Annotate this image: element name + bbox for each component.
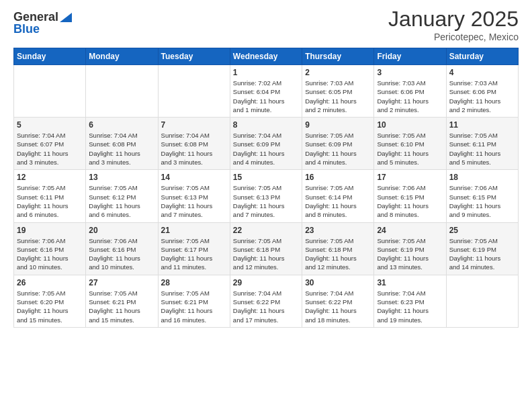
day-info: Sunrise: 7:06 AMSunset: 6:16 PMDaylight:… <box>17 236 83 272</box>
calendar-cell <box>14 65 86 118</box>
day-number: 30 <box>305 278 371 287</box>
calendar-cell: 8Sunrise: 7:04 AMSunset: 6:09 PMDaylight… <box>230 118 302 170</box>
calendar-header-sunday: Sunday <box>14 48 86 65</box>
day-number: 7 <box>161 120 227 130</box>
calendar-cell: 24Sunrise: 7:05 AMSunset: 6:19 PMDayligh… <box>374 222 446 275</box>
calendar-header-row: SundayMondayTuesdayWednesdayThursdayFrid… <box>14 48 519 65</box>
calendar-cell: 7Sunrise: 7:04 AMSunset: 6:08 PMDaylight… <box>158 118 230 170</box>
calendar-cell: 10Sunrise: 7:05 AMSunset: 6:10 PMDayligh… <box>374 118 446 170</box>
calendar-cell: 28Sunrise: 7:05 AMSunset: 6:21 PMDayligh… <box>158 275 230 327</box>
day-number: 3 <box>377 68 443 77</box>
day-info: Sunrise: 7:05 AMSunset: 6:12 PMDaylight:… <box>89 183 154 219</box>
calendar-cell: 22Sunrise: 7:05 AMSunset: 6:18 PMDayligh… <box>230 222 302 275</box>
day-info: Sunrise: 7:04 AMSunset: 6:22 PMDaylight:… <box>305 289 371 324</box>
calendar-week-4: 19Sunrise: 7:06 AMSunset: 6:16 PMDayligh… <box>14 222 519 275</box>
day-info: Sunrise: 7:05 AMSunset: 6:21 PMDaylight:… <box>161 289 227 324</box>
calendar-header-tuesday: Tuesday <box>158 48 230 65</box>
day-info: Sunrise: 7:04 AMSunset: 6:22 PMDaylight:… <box>233 289 299 324</box>
calendar-header-wednesday: Wednesday <box>230 48 302 65</box>
day-number: 29 <box>233 278 299 287</box>
calendar-cell <box>446 275 518 327</box>
calendar-cell: 27Sunrise: 7:05 AMSunset: 6:21 PMDayligh… <box>86 275 158 327</box>
day-number: 6 <box>89 120 154 130</box>
svg-marker-0 <box>60 13 72 22</box>
calendar-cell: 30Sunrise: 7:04 AMSunset: 6:22 PMDayligh… <box>302 275 374 327</box>
page: General Blue January 2025 Pericotepec, M… <box>0 0 532 411</box>
day-number: 26 <box>17 278 83 287</box>
calendar-cell: 15Sunrise: 7:05 AMSunset: 6:13 PMDayligh… <box>230 170 302 222</box>
day-number: 9 <box>305 120 371 130</box>
calendar-cell: 17Sunrise: 7:06 AMSunset: 6:15 PMDayligh… <box>374 170 446 222</box>
calendar-cell: 5Sunrise: 7:04 AMSunset: 6:07 PMDaylight… <box>14 118 86 170</box>
day-info: Sunrise: 7:05 AMSunset: 6:10 PMDaylight:… <box>377 131 443 167</box>
day-info: Sunrise: 7:05 AMSunset: 6:18 PMDaylight:… <box>305 236 371 272</box>
day-info: Sunrise: 7:06 AMSunset: 6:15 PMDaylight:… <box>449 183 515 219</box>
day-info: Sunrise: 7:05 AMSunset: 6:21 PMDaylight:… <box>89 289 154 324</box>
day-number: 21 <box>161 226 227 235</box>
day-number: 2 <box>305 68 371 77</box>
day-info: Sunrise: 7:05 AMSunset: 6:19 PMDaylight:… <box>449 236 515 272</box>
calendar-cell: 26Sunrise: 7:05 AMSunset: 6:20 PMDayligh… <box>14 275 86 327</box>
calendar-cell <box>158 65 230 118</box>
calendar-cell: 25Sunrise: 7:05 AMSunset: 6:19 PMDayligh… <box>446 222 518 275</box>
calendar-cell: 14Sunrise: 7:05 AMSunset: 6:13 PMDayligh… <box>158 170 230 222</box>
calendar-week-2: 5Sunrise: 7:04 AMSunset: 6:07 PMDaylight… <box>14 118 519 170</box>
day-number: 1 <box>233 68 299 77</box>
day-info: Sunrise: 7:06 AMSunset: 6:15 PMDaylight:… <box>377 183 443 219</box>
day-info: Sunrise: 7:04 AMSunset: 6:23 PMDaylight:… <box>377 289 443 324</box>
day-info: Sunrise: 7:05 AMSunset: 6:18 PMDaylight:… <box>233 236 299 272</box>
day-number: 15 <box>233 173 299 182</box>
day-info: Sunrise: 7:03 AMSunset: 6:06 PMDaylight:… <box>449 79 515 114</box>
calendar-cell: 29Sunrise: 7:04 AMSunset: 6:22 PMDayligh… <box>230 275 302 327</box>
calendar-cell: 16Sunrise: 7:05 AMSunset: 6:14 PMDayligh… <box>302 170 374 222</box>
day-number: 28 <box>161 278 227 287</box>
calendar-cell: 21Sunrise: 7:05 AMSunset: 6:17 PMDayligh… <box>158 222 230 275</box>
calendar-cell: 1Sunrise: 7:02 AMSunset: 6:04 PMDaylight… <box>230 65 302 118</box>
day-info: Sunrise: 7:04 AMSunset: 6:08 PMDaylight:… <box>161 131 227 167</box>
day-number: 20 <box>89 226 154 235</box>
calendar-week-3: 12Sunrise: 7:05 AMSunset: 6:11 PMDayligh… <box>14 170 519 222</box>
calendar-cell: 6Sunrise: 7:04 AMSunset: 6:08 PMDaylight… <box>86 118 158 170</box>
day-number: 23 <box>305 226 371 235</box>
calendar-cell: 9Sunrise: 7:05 AMSunset: 6:09 PMDaylight… <box>302 118 374 170</box>
location: Pericotepec, Mexico <box>388 32 519 42</box>
day-info: Sunrise: 7:05 AMSunset: 6:11 PMDaylight:… <box>449 131 515 167</box>
day-info: Sunrise: 7:05 AMSunset: 6:13 PMDaylight:… <box>233 183 299 219</box>
logo-icon <box>60 13 72 22</box>
day-number: 17 <box>377 173 443 182</box>
calendar-cell: 3Sunrise: 7:03 AMSunset: 6:06 PMDaylight… <box>374 65 446 118</box>
day-info: Sunrise: 7:05 AMSunset: 6:14 PMDaylight:… <box>305 183 371 219</box>
day-number: 25 <box>449 226 515 235</box>
calendar-header-saturday: Saturday <box>446 48 518 65</box>
logo: General Blue <box>13 11 72 35</box>
calendar-week-1: 1Sunrise: 7:02 AMSunset: 6:04 PMDaylight… <box>14 65 519 118</box>
day-number: 16 <box>305 173 371 182</box>
calendar-cell: 4Sunrise: 7:03 AMSunset: 6:06 PMDaylight… <box>446 65 518 118</box>
day-info: Sunrise: 7:03 AMSunset: 6:05 PMDaylight:… <box>305 79 371 114</box>
calendar-cell: 12Sunrise: 7:05 AMSunset: 6:11 PMDayligh… <box>14 170 86 222</box>
day-number: 11 <box>449 120 515 130</box>
day-number: 14 <box>161 173 227 182</box>
day-info: Sunrise: 7:05 AMSunset: 6:11 PMDaylight:… <box>17 183 83 219</box>
day-info: Sunrise: 7:03 AMSunset: 6:06 PMDaylight:… <box>377 79 443 114</box>
day-info: Sunrise: 7:06 AMSunset: 6:16 PMDaylight:… <box>89 236 154 272</box>
logo-blue-text: Blue <box>13 23 40 35</box>
day-info: Sunrise: 7:04 AMSunset: 6:07 PMDaylight:… <box>17 131 83 167</box>
day-number: 5 <box>17 120 83 130</box>
calendar-header-friday: Friday <box>374 48 446 65</box>
calendar-header-monday: Monday <box>86 48 158 65</box>
calendar-cell: 23Sunrise: 7:05 AMSunset: 6:18 PMDayligh… <box>302 222 374 275</box>
day-number: 10 <box>377 120 443 130</box>
calendar-header-thursday: Thursday <box>302 48 374 65</box>
logo-general-text: General <box>13 11 58 23</box>
calendar-week-5: 26Sunrise: 7:05 AMSunset: 6:20 PMDayligh… <box>14 275 519 327</box>
header: General Blue January 2025 Pericotepec, M… <box>13 7 519 42</box>
day-number: 13 <box>89 173 154 182</box>
day-number: 12 <box>17 173 83 182</box>
month-title: January 2025 <box>388 7 519 32</box>
day-info: Sunrise: 7:05 AMSunset: 6:17 PMDaylight:… <box>161 236 227 272</box>
day-number: 31 <box>377 278 443 287</box>
day-info: Sunrise: 7:02 AMSunset: 6:04 PMDaylight:… <box>233 79 299 114</box>
day-info: Sunrise: 7:05 AMSunset: 6:20 PMDaylight:… <box>17 289 83 324</box>
day-info: Sunrise: 7:05 AMSunset: 6:09 PMDaylight:… <box>305 131 371 167</box>
